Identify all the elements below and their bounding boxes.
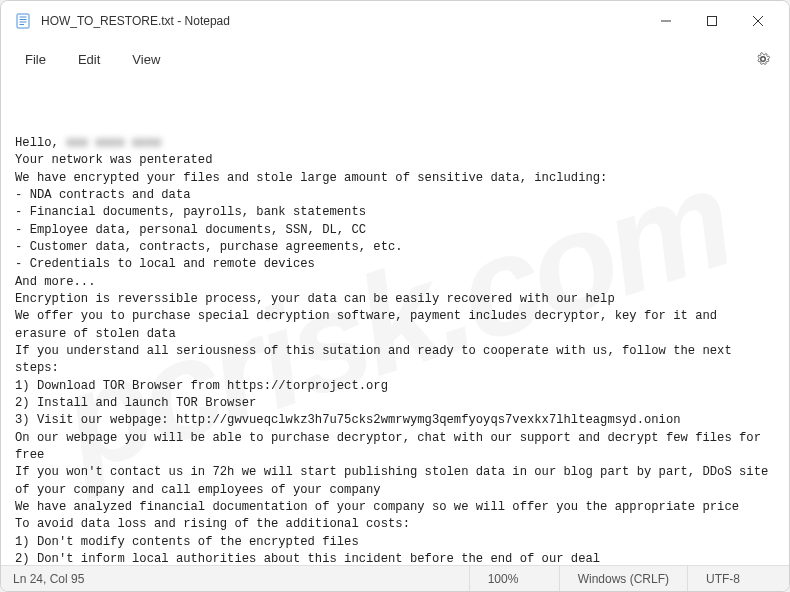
window-title: HOW_TO_RESTORE.txt - Notepad [41, 14, 230, 28]
body-lines: Your network was penterated We have encr… [15, 153, 776, 565]
status-position: Ln 24, Col 95 [13, 572, 469, 586]
svg-rect-0 [17, 14, 29, 28]
maximize-button[interactable] [689, 5, 735, 37]
minimize-button[interactable] [643, 5, 689, 37]
document-text: Hello, xxx xxxx xxxx Your network was pe… [15, 135, 775, 565]
gear-icon [755, 51, 771, 67]
status-line-ending: Windows (CRLF) [559, 566, 687, 591]
close-button[interactable] [735, 5, 781, 37]
titlebar: HOW_TO_RESTORE.txt - Notepad [1, 1, 789, 41]
menubar: File Edit View [1, 41, 789, 77]
statusbar: Ln 24, Col 95 100% Windows (CRLF) UTF-8 [1, 565, 789, 591]
window-controls [643, 5, 781, 37]
settings-button[interactable] [747, 43, 779, 75]
status-zoom: 100% [469, 566, 559, 591]
greeting-name-blurred: xxx xxxx xxxx [66, 135, 161, 152]
greeting-prefix: Hello, [15, 136, 66, 150]
status-encoding: UTF-8 [687, 566, 777, 591]
notepad-icon [15, 13, 31, 29]
menu-edit[interactable]: Edit [64, 46, 114, 73]
text-content-area[interactable]: pcrisk.com Hello, xxx xxxx xxxx Your net… [1, 77, 789, 565]
menu-file[interactable]: File [11, 46, 60, 73]
notepad-window: HOW_TO_RESTORE.txt - Notepad File Edit V… [0, 0, 790, 592]
svg-rect-6 [708, 17, 717, 26]
menu-view[interactable]: View [118, 46, 174, 73]
